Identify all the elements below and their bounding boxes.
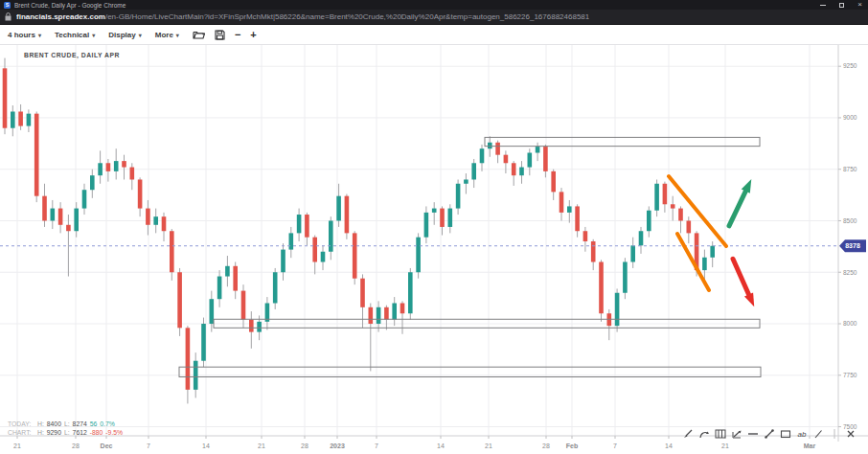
- x-tick-label: 28: [542, 443, 550, 449]
- candle-down: [353, 233, 357, 278]
- candle-up: [281, 250, 286, 273]
- y-tick-label: 8250: [843, 269, 857, 276]
- bar-chart-icon[interactable]: [715, 428, 726, 440]
- candle-down: [42, 196, 47, 221]
- chart-stats: TODAY:H:8400L:8274560.7% CHART:H:9290L:7…: [8, 420, 126, 437]
- x-tick-label: 7: [147, 443, 150, 449]
- y-tick-label: 9000: [843, 114, 857, 121]
- x-tick-label: 14: [202, 443, 210, 449]
- today-label: TODAY:: [8, 420, 34, 428]
- candle-up: [408, 272, 413, 313]
- last-price-badge-label: 8378: [845, 242, 860, 249]
- candle-up: [114, 161, 119, 171]
- candle-up: [654, 184, 659, 211]
- candle-down: [384, 307, 389, 320]
- candle-down: [34, 114, 39, 196]
- candle-up: [464, 179, 468, 183]
- candle-down: [106, 163, 111, 171]
- x-tick-label: Mar: [804, 443, 816, 449]
- pen-icon[interactable]: [682, 428, 694, 440]
- candle-down: [663, 184, 668, 205]
- candle-up: [432, 209, 437, 213]
- candle-up: [321, 252, 326, 262]
- candle-up: [615, 293, 620, 326]
- candle-down: [400, 304, 405, 314]
- candle-down: [58, 209, 63, 225]
- candle-up: [528, 153, 533, 168]
- up-arrow-head[interactable]: [742, 179, 752, 193]
- text-icon[interactable]: ab: [796, 428, 808, 440]
- x-tick-label: 21: [485, 443, 492, 449]
- candle-down: [122, 161, 126, 167]
- candle-down: [440, 209, 445, 227]
- candle-down: [177, 272, 182, 328]
- candle-down: [560, 192, 564, 213]
- candle-down: [249, 320, 254, 332]
- chart-canvas[interactable]: 925090008750850082508000775075002128Dec7…: [0, 0, 868, 454]
- candle-down: [162, 216, 167, 231]
- candle-down: [360, 279, 365, 307]
- candle-up: [424, 213, 429, 238]
- candle-up: [471, 163, 476, 179]
- candle-up: [153, 216, 158, 225]
- candle-up: [82, 190, 87, 208]
- candle-down: [512, 163, 516, 175]
- stats-chart-row: CHART:H:9290L:7612-880-9.5%: [8, 428, 126, 437]
- candle-down: [543, 147, 548, 171]
- drawing-toolbar: ab: [682, 428, 857, 440]
- app-window: S Brent Crude, Daily Apr - Google Chrome…: [0, 0, 868, 454]
- resistance-box[interactable]: [485, 137, 760, 146]
- candle-up: [273, 272, 278, 303]
- chart-label: CHART:: [8, 428, 34, 437]
- chart-low: 7612: [73, 429, 87, 436]
- candle-up: [630, 245, 635, 261]
- candle-up: [90, 175, 95, 190]
- today-change: 56: [90, 420, 98, 427]
- candle-down: [66, 225, 71, 231]
- y-tick-label: 8500: [843, 217, 857, 224]
- horizontal-line-icon[interactable]: [747, 428, 759, 440]
- down-arrow-shaft[interactable]: [733, 259, 749, 294]
- candle-up: [225, 266, 230, 277]
- candle-down: [591, 241, 596, 262]
- candle-up: [257, 322, 262, 332]
- candle-up: [289, 233, 294, 249]
- candle-down: [130, 168, 135, 180]
- chart-change: -880: [90, 429, 103, 436]
- candle-down: [599, 261, 604, 313]
- candle-down: [678, 209, 683, 221]
- chart-pct: -9.5%: [105, 429, 123, 436]
- candle-down: [138, 179, 143, 208]
- candle-up: [329, 220, 333, 251]
- x-tick-label: Dec: [101, 443, 113, 449]
- candle-up: [567, 206, 572, 212]
- candle-down: [241, 291, 246, 320]
- candle-up: [623, 261, 628, 292]
- high-label: H:: [37, 429, 44, 436]
- candle-down: [687, 220, 692, 233]
- down-arrow-head[interactable]: [744, 292, 754, 306]
- candle-down: [583, 231, 588, 241]
- pencil-icon[interactable]: [812, 428, 824, 440]
- close-icon[interactable]: [845, 428, 857, 440]
- elbow-arrow-icon[interactable]: [698, 428, 710, 440]
- candle-up: [74, 209, 79, 232]
- low-label: L:: [64, 420, 70, 427]
- candle-up: [647, 211, 651, 232]
- candle-up: [710, 246, 715, 258]
- x-tick-label: 21: [13, 443, 21, 449]
- candle-up: [480, 148, 485, 163]
- today-high: 8400: [47, 420, 61, 427]
- candle-up: [27, 114, 32, 126]
- candle-down: [18, 112, 23, 126]
- x-tick-label: 7: [375, 443, 378, 449]
- low-label: L:: [64, 429, 70, 436]
- rectangle-icon[interactable]: [780, 428, 791, 440]
- x-tick-label: 14: [665, 443, 673, 449]
- candle-up: [519, 168, 524, 176]
- candle-up: [416, 238, 421, 273]
- candle-up: [201, 324, 206, 361]
- segment-icon[interactable]: [764, 428, 775, 440]
- candle-down: [345, 196, 350, 234]
- trend-arrow-icon[interactable]: [731, 428, 742, 440]
